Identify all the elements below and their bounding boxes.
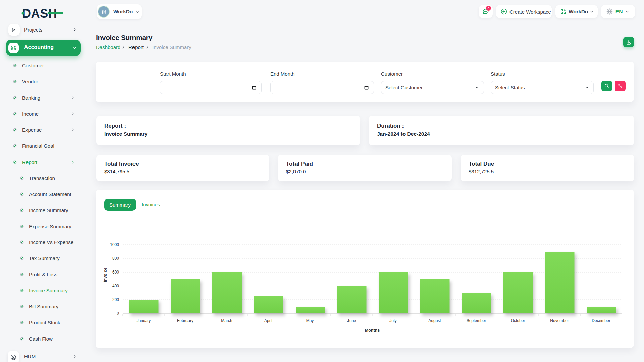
svg-text:January: January	[137, 318, 151, 323]
svg-text:September: September	[467, 318, 486, 323]
svg-text:December: December	[592, 318, 610, 323]
svg-text:Invoice: Invoice	[103, 267, 108, 282]
svg-text:March: March	[221, 318, 232, 323]
svg-text:DASH: DASH	[22, 9, 57, 20]
svg-text:0: 0	[117, 311, 119, 316]
svg-text:200: 200	[112, 297, 119, 302]
svg-text:June: June	[347, 318, 356, 323]
svg-text:May: May	[306, 318, 314, 323]
svg-text:400: 400	[112, 284, 119, 288]
svg-text:April: April	[264, 318, 272, 323]
svg-text:Months: Months	[365, 328, 380, 333]
svg-text:800: 800	[112, 256, 119, 261]
svg-text:1000: 1000	[110, 242, 119, 247]
svg-text:October: October	[511, 318, 525, 323]
svg-text:August: August	[428, 318, 441, 323]
svg-text:July: July	[389, 318, 396, 323]
svg-text:November: November	[550, 318, 569, 323]
svg-text:600: 600	[112, 270, 119, 275]
svg-text:February: February	[177, 318, 193, 323]
